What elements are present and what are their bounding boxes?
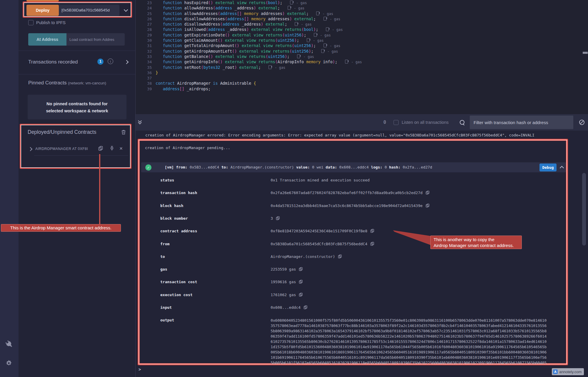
deployed-contract-row[interactable]: AIRDROPMANAGER AT 0XF8I × <box>21 145 131 153</box>
info-icon[interactable]: i <box>108 59 113 64</box>
code-line: 30 function getClaimAmount() external vi… <box>136 38 588 43</box>
copy-icon[interactable] <box>299 267 303 271</box>
copy-icon[interactable] <box>299 293 303 297</box>
line-number: 36 <box>136 70 156 76</box>
receipt-label: block number <box>160 216 188 221</box>
line-number: 34 <box>136 59 156 65</box>
line-number: 35 <box>136 65 156 70</box>
terminal-scrollbar-thumb[interactable] <box>582 173 586 246</box>
receipt-label: to <box>160 254 165 259</box>
receipt-label: contract address <box>160 229 197 233</box>
line-number: 37 <box>136 76 156 81</box>
terminal-toolbar: 0 Listen on all transactions <box>136 114 588 131</box>
editor-scrollbar-thumb[interactable] <box>583 52 588 54</box>
copy-icon[interactable] <box>338 254 342 258</box>
line-number: 39 <box>136 86 156 92</box>
annotation-note-2-line2: Airdrop Manager smart contract address. <box>434 243 519 248</box>
gas-pump-icon <box>324 17 327 21</box>
receipt-value: 0x1 Transaction mined and execution succ… <box>271 178 370 182</box>
terminal-prompt[interactable]: > <box>139 367 141 372</box>
receipt-label: gas <box>160 267 167 271</box>
copy-icon[interactable] <box>276 216 280 220</box>
receipt-row: block hash0x4da5781512ea3dbb4d19aae7ca53… <box>139 203 567 209</box>
line-number: 27 <box>136 22 156 27</box>
pin-contract-icon[interactable] <box>110 146 114 151</box>
line-number: 24 <box>136 6 156 11</box>
at-address-input[interactable] <box>66 33 125 46</box>
chevron-up-icon[interactable] <box>560 166 564 170</box>
filter-input[interactable] <box>470 116 573 129</box>
gas-estimate-hint: - gas <box>297 55 314 59</box>
code-editor[interactable]: 23 function hasExpired() external view r… <box>136 0 588 114</box>
receipt-value: 0x608060405234801561000f575f80fd5b506004… <box>271 318 547 366</box>
settings-gear-icon[interactable] <box>6 360 12 366</box>
plugin-manager-icon[interactable] <box>5 340 13 348</box>
line-number: 30 <box>136 38 156 43</box>
debug-button[interactable]: Debug <box>539 164 557 171</box>
copy-address-icon[interactable] <box>98 146 103 151</box>
chevron-right-icon[interactable] <box>124 60 129 64</box>
deployed-contract-label[interactable]: AIRDROPMANAGER AT 0XF8I <box>35 147 88 151</box>
deploy-button[interactable]: Deploy <box>26 5 59 16</box>
receipt-value: AirdropManager.(constructor) <box>271 254 342 259</box>
chevron-down-icon[interactable] <box>124 8 128 12</box>
code-line: 31 function getTotalAirdropAmount() exte… <box>136 43 588 48</box>
gas-estimate-hint: - gas <box>288 6 304 10</box>
gas-estimate-hint: - gas <box>307 39 324 43</box>
at-address-button[interactable]: At Address <box>28 33 66 46</box>
expand-contract-icon[interactable] <box>28 147 32 151</box>
gas-pump-icon <box>326 27 329 31</box>
receipt-label: status <box>160 178 174 182</box>
receipt-label: execution cost <box>160 293 193 297</box>
constructor-args-input[interactable]: [0x5B38Da6a701c568545d <box>59 5 119 16</box>
remove-contract-icon[interactable]: × <box>119 146 123 151</box>
gas-estimate-hint: - gas <box>321 49 338 54</box>
code-line: 33 function getBalance() external view r… <box>136 54 588 59</box>
code-line: 36} <box>136 70 588 75</box>
annotation-connector-line <box>99 154 100 225</box>
trash-icon[interactable] <box>121 130 126 135</box>
pending-log-line: creation of AirdropManager pending... <box>145 146 230 150</box>
copy-icon[interactable] <box>299 280 303 284</box>
publish-ipfs-checkbox[interactable] <box>28 20 34 25</box>
gas-estimate-hint: - gas <box>324 17 340 21</box>
receipt-label: input <box>160 305 172 310</box>
copy-icon[interactable] <box>304 305 307 309</box>
receipt-row: transaction cost1959616 gas <box>139 280 567 286</box>
receipt-value: 0x5B38Da6a701c568545dCfcB03FcB875f56bedd… <box>271 242 374 246</box>
no-pinned-line2: selected workspace & network <box>28 107 126 114</box>
clear-console-icon[interactable] <box>579 120 584 125</box>
code-line: 24 function allowAddress(address _addres… <box>136 5 588 11</box>
gas-pump-icon <box>295 22 298 26</box>
gas-pump-icon <box>321 49 324 53</box>
search-icon[interactable] <box>460 120 464 125</box>
line-number: 25 <box>136 11 156 16</box>
gas-pump-icon <box>324 44 327 47</box>
code-line: 38contract AirdropManager is Administrab… <box>136 81 588 86</box>
transactions-recorded-title: Transactions recorded <box>28 59 78 65</box>
success-check-icon: ✓ <box>145 164 151 171</box>
listen-transactions-checkbox[interactable] <box>394 120 399 125</box>
receipt-value: 0xf8e81D47203A594245E36C48e151709F0C19fB… <box>271 229 374 233</box>
pinned-contracts-label: Pinned Contracts <box>28 80 66 86</box>
copy-icon[interactable] <box>426 191 429 195</box>
copy-icon[interactable] <box>370 242 374 246</box>
line-number: 31 <box>136 43 156 49</box>
receipt-row: toAirdropManager.(constructor) <box>139 254 567 260</box>
terminal: creation of AirdropManager errored: Erro… <box>136 131 588 377</box>
receipt-row: output0x608060405234801561000f575f80fd5b… <box>139 318 567 324</box>
gas-pump-icon <box>307 38 310 42</box>
copy-icon[interactable] <box>370 229 374 233</box>
code-line: 37 <box>136 75 588 81</box>
transaction-summary-row[interactable]: ✓ [vm] from: 0x5B3...eddC4 to: AirdropMa… <box>141 162 566 172</box>
receipt-label: from <box>160 242 169 246</box>
remix-ide-window: Deploy [0x5B38Da6a701c568545d Publish to… <box>0 0 588 377</box>
copy-icon[interactable] <box>426 203 429 208</box>
network-label: (network: vm-cancun) <box>68 81 106 85</box>
code-lines: 23 function hasExpired() external view r… <box>136 0 588 91</box>
collapse-terminal-icon[interactable] <box>139 119 141 124</box>
receipt-row: status0x1 Transaction mined and executio… <box>139 178 567 184</box>
line-number: 23 <box>136 0 156 6</box>
annotation-rect-deploy: Deploy [0x5B38Da6a701c568545d <box>23 1 132 18</box>
receipt-value: 3 <box>271 216 280 221</box>
